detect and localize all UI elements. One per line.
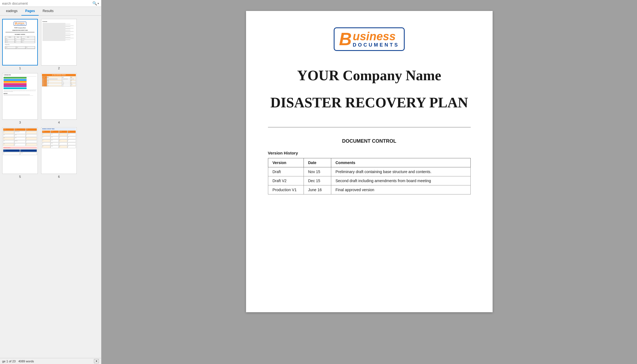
page-num-5: 5 xyxy=(19,175,21,178)
search-icon: 🔍 xyxy=(92,1,97,5)
page-thumb-3[interactable]: 1. INTRODUCTION Lorem ipsum dolor sit am… xyxy=(2,73,38,120)
thumb1-plan: DISASTER RECOVERY PLAN xyxy=(12,30,28,31)
cell-version: Draft xyxy=(268,167,304,176)
page-thumb-5[interactable]: Category Details Action Item 1 Detail te… xyxy=(2,127,38,174)
page-num-2: 2 xyxy=(58,67,60,70)
logo-box: B usiness DOCUMENTS xyxy=(334,27,404,51)
table-row: DraftNov 15Preliminary draft containing … xyxy=(268,167,470,176)
page-thumb-wrap-3[interactable]: 1. INTRODUCTION Lorem ipsum dolor sit am… xyxy=(2,73,38,124)
status-bar-right: ✕ xyxy=(94,359,99,363)
cell-comments: Preliminary draft containing base struct… xyxy=(331,167,470,176)
tab-headings[interactable]: eadings xyxy=(2,7,21,16)
page-thumb-6[interactable]: BUSINESS CONTINUITY TABLE Priority Proce… xyxy=(41,127,77,174)
thumb5-grid: Category Details Action Item 1 Detail te… xyxy=(2,128,38,156)
thumb4-table: Actions Task 1Item Task 2Item Task 3Item… xyxy=(42,76,76,87)
left-panel: 🔍 ▾ eadings Pages Results B usiness xyxy=(0,0,101,364)
close-button[interactable]: ✕ xyxy=(94,359,99,363)
page-thumb-wrap-1[interactable]: B usiness DOCUMENTS YOUR Company Name DI… xyxy=(2,19,38,70)
thumb1-table: VersionDateNotes DraftNovPreliminary... … xyxy=(5,36,35,43)
cell-comments: Second draft including amendments from b… xyxy=(331,176,470,185)
page-num-1: 1 xyxy=(19,67,21,70)
search-dropdown-arrow: ▾ xyxy=(98,2,99,5)
page-thumb-wrap-2[interactable]: Contents xyxy=(41,19,77,70)
thumb5-alert: IMPORTANT NOTICE xyxy=(3,147,37,149)
thumb1-company: YOUR Company Name xyxy=(14,27,26,29)
cell-version: Production V1 xyxy=(268,185,304,194)
page-thumb-wrap-5[interactable]: Category Details Action Item 1 Detail te… xyxy=(2,127,38,178)
logo-business-text: usiness xyxy=(353,31,399,42)
logo-text-group: usiness DOCUMENTS xyxy=(353,31,399,48)
search-button[interactable]: 🔍 ▾ xyxy=(92,1,99,5)
thumb1-business: usiness xyxy=(17,22,25,24)
thumb1-approved: Prepared by: xyxy=(5,44,35,45)
thumb2-title: Contents xyxy=(42,21,75,22)
logo-b-letter: B xyxy=(339,30,352,48)
search-bar: 🔍 ▾ xyxy=(0,0,101,7)
page-num-4: 4 xyxy=(58,121,60,124)
page-thumb-2[interactable]: Contents xyxy=(41,19,77,65)
version-col-header: Version xyxy=(268,158,304,167)
word-count: 4089 words xyxy=(18,360,34,363)
thumb1-divider xyxy=(5,32,35,32)
table-row: Production V1June 16Final approved versi… xyxy=(268,185,470,194)
nav-tabs: eadings Pages Results xyxy=(0,7,101,16)
logo-container: B usiness DOCUMENTS xyxy=(334,27,404,51)
main-content: B usiness DOCUMENTS YOUR Company Name DI… xyxy=(101,0,637,364)
thumb1-b: B xyxy=(15,22,17,25)
doc-control-title: DOCUMENT CONTROL xyxy=(342,138,396,144)
page-thumb-wrap-6[interactable]: BUSINESS CONTINUITY TABLE Priority Proce… xyxy=(41,127,77,178)
tab-results[interactable]: Results xyxy=(39,7,57,16)
thumb4-response: 1A: FRAUD RESPONSE STRATEGY Actions Task… xyxy=(41,73,76,87)
page-info: ge 1 of 23 xyxy=(2,360,16,363)
status-bar: ge 1 of 23 4089 words ✕ xyxy=(0,358,101,364)
version-history-label: Version History xyxy=(268,151,298,155)
company-name: YOUR Company Name xyxy=(297,67,441,84)
divider-line xyxy=(268,127,471,127)
page-num-6: 6 xyxy=(58,175,60,178)
version-table: Version Date Comments DraftNov 15Prelimi… xyxy=(268,158,471,194)
document-page: B usiness DOCUMENTS YOUR Company Name DI… xyxy=(246,11,493,312)
page-thumb-4[interactable]: 1A: FRAUD RESPONSE STRATEGY Actions Task… xyxy=(41,73,77,120)
search-input[interactable] xyxy=(2,1,92,5)
cell-comments: Final approved version xyxy=(331,185,470,194)
cell-version: Draft V2 xyxy=(268,176,304,185)
date-col-header: Date xyxy=(304,158,331,167)
thumb2-contents: Contents xyxy=(41,19,76,43)
page-num-3: 3 xyxy=(19,121,21,124)
table-row: Draft V2Dec 15Second draft including ame… xyxy=(268,176,470,185)
cell-date: Nov 15 xyxy=(304,167,331,176)
logo-documents-text: DOCUMENTS xyxy=(353,42,399,48)
pages-grid: B usiness DOCUMENTS YOUR Company Name DI… xyxy=(0,16,101,358)
thumb1-table2: NameRoleDate xyxy=(5,46,35,49)
thumb3-intro: 1. INTRODUCTION Lorem ipsum dolor sit am… xyxy=(2,73,38,97)
thumb1-documents: DOCUMENTS xyxy=(17,24,25,25)
thumb1-logo: B usiness DOCUMENTS YOUR Company Name DI… xyxy=(3,19,37,31)
page-thumb-wrap-4[interactable]: 1A: FRAUD RESPONSE STRATEGY Actions Task… xyxy=(41,73,77,124)
page-thumb-1[interactable]: B usiness DOCUMENTS YOUR Company Name DI… xyxy=(2,19,38,65)
tab-pages[interactable]: Pages xyxy=(21,7,39,16)
cell-date: June 16 xyxy=(304,185,331,194)
comments-col-header: Comments xyxy=(331,158,470,167)
thumb6-grid: BUSINESS CONTINUITY TABLE Priority Proce… xyxy=(41,128,76,149)
plan-title: DISASTER RECOVERY PLAN xyxy=(270,94,468,111)
cell-date: Dec 15 xyxy=(304,176,331,185)
thumb1-doc-control: DOCUMENT CONTROL xyxy=(3,34,37,35)
